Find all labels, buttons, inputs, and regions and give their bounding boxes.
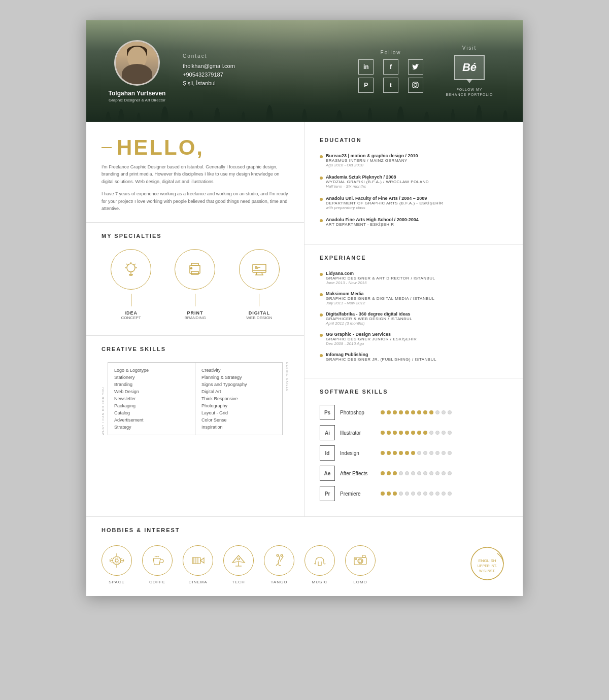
facebook-icon[interactable]: f <box>383 59 398 75</box>
edu-title-4: Anadolu Fine Arts High School / 2000-200… <box>326 217 507 222</box>
specialty-idea: IDEA CONCEPT <box>101 249 160 320</box>
skills-left-col: Logo & Logotype Stationery Branding Web … <box>108 362 195 435</box>
dot <box>381 451 385 455</box>
sw-illustrator: Ai Illustrator <box>320 425 507 440</box>
dot <box>448 451 452 455</box>
skill-branding: Branding <box>114 381 189 388</box>
exp-date-3: April 2011 (3 months) <box>326 321 507 326</box>
follow-label: Follow <box>355 50 426 55</box>
phone: +905432379187 <box>183 72 350 78</box>
exp-dot-3 <box>320 313 323 317</box>
dot <box>417 410 421 414</box>
dot <box>411 451 415 455</box>
id-dots <box>381 451 452 455</box>
exp-item-1: Lidyana.com GRAPHIC DESIGNER & ART DIREC… <box>320 271 507 285</box>
print-sub: BRANDING <box>184 316 206 320</box>
dot <box>442 471 446 475</box>
experience-section: EXPERIANCE Lidyana.com GRAPHIC DESIGNER … <box>304 244 523 378</box>
specialties-section: MY SPECIALTIES <box>86 223 304 336</box>
hobby-cinema: CINEMA <box>183 545 213 584</box>
dot <box>429 410 433 414</box>
dot <box>429 471 433 475</box>
dot <box>429 492 433 496</box>
svg-rect-0 <box>413 82 418 88</box>
twitter-icon[interactable] <box>408 59 423 75</box>
skills-left-label: WHAT I CAN DO FOR YOU <box>101 362 105 435</box>
edu-item-2: Akademia Sztuk Pięknych / 2008 WYDZIAL G… <box>320 174 507 189</box>
exp-company-4: GG Graphic - Design Services <box>326 332 507 337</box>
skill-photography: Photography <box>201 402 276 409</box>
dot <box>393 451 397 455</box>
dot <box>393 492 397 496</box>
avatar-section: Tolgahan Yurtseven Graphic Designer & Ar… <box>101 40 173 102</box>
tango-label: TANGO <box>271 580 288 584</box>
contact-section: Contact tholkhan@gmail.com +905432379187… <box>173 53 350 89</box>
idea-line <box>131 294 131 306</box>
exp-role-2: GRAPHIC DESIGNER & DIGITAL MEDIA / ISTAN… <box>326 296 507 301</box>
hello-bio1: I'm Freelance Graphic Designer based on … <box>101 163 289 185</box>
avatar-body <box>122 64 152 84</box>
dot <box>448 410 452 414</box>
exp-date-2: July 2011 - Now 2012 <box>326 301 507 305</box>
svg-point-15 <box>191 268 192 269</box>
dot <box>417 431 421 435</box>
hobby-coffee: COFFE <box>142 545 173 584</box>
edu-item-4: Anadolu Fine Arts High School / 2000-200… <box>320 217 507 227</box>
edu-date-2: Half term - Six months <box>326 184 507 189</box>
tumblr-icon[interactable]: t <box>383 78 398 93</box>
hobby-tango: TANGO <box>264 545 294 584</box>
pinterest-icon[interactable]: P <box>358 78 374 93</box>
education-title: EDUCATION <box>320 137 507 143</box>
edu-subtitle-2: WYDZIAL GRAFIKI (B.F.A.) / WROCLAW POLAN… <box>326 180 507 184</box>
coffee-circle <box>142 545 173 576</box>
ps-icon: Ps <box>320 405 335 420</box>
edu-item-3: Anadolu Uni. Faculty of Fine Arts / 2004… <box>320 196 507 210</box>
tech-label: TECH <box>232 580 245 584</box>
svg-point-41 <box>277 554 279 556</box>
dot <box>435 410 439 414</box>
cinema-label: CINEMA <box>188 580 207 584</box>
exp-role-4: GRAPHIC DESIGNER JUNIOR / ESKİŞEHİR <box>326 337 507 341</box>
svg-line-9 <box>134 264 136 265</box>
exp-company-2: Maksimum Media <box>326 291 507 296</box>
edu-dot-2 <box>320 177 323 180</box>
lang-circle-svg: ENGLISH UPPER INT. W.S.INST. <box>467 543 507 584</box>
avatar <box>114 40 160 86</box>
exp-company-1: Lidyana.com <box>326 271 507 276</box>
pr-dots <box>381 492 452 496</box>
dot <box>399 431 403 435</box>
hello-bio2: I have 7 years of experience working as … <box>101 190 289 212</box>
left-column: HELLO, I'm Freelance Graphic Designer ba… <box>86 122 304 516</box>
ae-dots <box>381 471 452 475</box>
dot <box>448 492 452 496</box>
person-name: Tolgahan Yurtseven <box>109 90 166 97</box>
idea-circle <box>111 249 151 290</box>
visit-label: Visit <box>462 45 477 51</box>
specialty-icons-grid: IDEA CONCEPT <box>101 249 289 320</box>
behance-icon[interactable]: Bé <box>454 55 485 80</box>
hobby-space: SPACE <box>101 545 132 584</box>
linkedin-icon[interactable]: in <box>358 59 374 75</box>
lomo-label: LOMO <box>353 580 367 584</box>
dot <box>442 451 446 455</box>
svg-text:W.S.INST.: W.S.INST. <box>479 569 495 573</box>
exp-item-2: Maksimum Media GRAPHIC DESIGNER & DIGITA… <box>320 291 507 305</box>
hobbies-icons-row: SPACE COFFE <box>101 543 507 586</box>
instagram-icon[interactable] <box>408 78 423 93</box>
dot <box>381 492 385 496</box>
edu-date-1: Agu 2010 - Oct 2010 <box>326 163 507 167</box>
lang-wrapper: ENGLISH UPPER INT. W.S.INST. <box>467 543 507 586</box>
idea-sub: CONCEPT <box>121 316 141 320</box>
social-icons-grid: in f P t <box>355 59 426 93</box>
ps-name: Photoshop <box>340 410 381 415</box>
right-column: EDUCATION Bureau23 | motion & graphic de… <box>304 122 523 516</box>
exp-date-4: Dec 2009 - 2010 Agu <box>326 341 507 346</box>
svg-text:UPPER INT.: UPPER INT. <box>478 564 497 568</box>
exp-dot-5 <box>320 354 323 357</box>
dot <box>399 410 403 414</box>
edu-dot-1 <box>320 155 323 158</box>
svg-line-8 <box>126 264 127 265</box>
svg-point-42 <box>281 554 283 556</box>
hobby-music: MUSIC <box>304 545 335 584</box>
music-label: MUSIC <box>312 580 328 584</box>
